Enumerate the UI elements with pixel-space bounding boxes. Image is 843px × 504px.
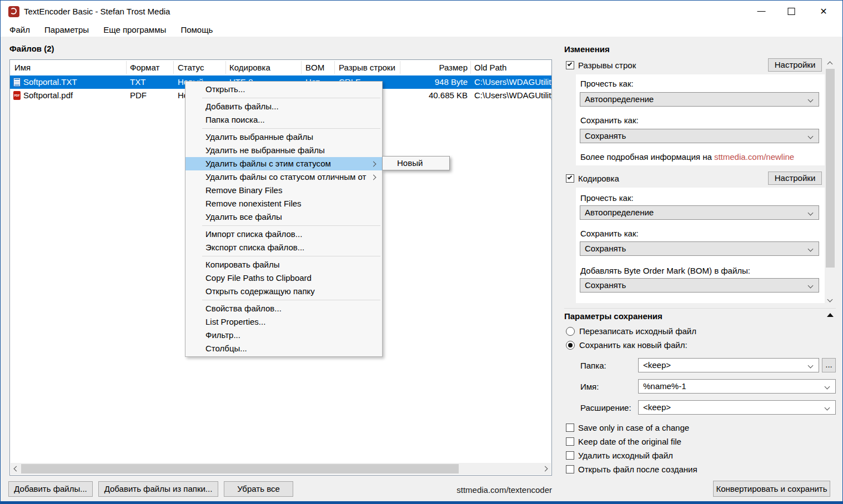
vertical-scrollbar[interactable] [825,58,836,306]
scrollbar-thumb[interactable] [21,464,459,473]
maximize-icon [788,8,795,15]
save-as-label: Сохранить как: [580,115,639,125]
menu-item-add-files[interactable]: Добавить файлы... [185,100,382,113]
dropdown-value: <keep> [643,402,671,412]
chevron-down-icon [808,363,814,369]
linebreaks-read-dropdown[interactable]: Автоопределение [580,92,819,107]
chevron-down-icon [808,246,814,252]
folder-dropdown[interactable]: <keep> [638,358,819,372]
menu-item-import-list[interactable]: Импорт списка файлов... [185,228,382,241]
close-button[interactable]: ✕ [808,1,839,23]
column-header-encoding[interactable]: Кодировка [229,60,270,75]
delete-source-checkbox[interactable] [566,451,574,460]
menu-more-programs[interactable]: Еще программы [97,23,172,37]
encoding-save-dropdown[interactable]: Сохранять [580,241,819,256]
chevron-down-icon [808,134,814,139]
menu-options[interactable]: Параметры [38,23,95,37]
add-files-button[interactable]: Добавить файлы... [8,481,93,497]
menu-item-remove-status-other[interactable]: Удалить файлы со статусом отличным от [185,170,382,184]
linebreaks-panel: Прочесть как: Автоопределение Сохранить … [576,74,825,165]
name-label: Имя: [580,382,599,391]
read-as-label: Прочесть как: [580,79,634,88]
column-header-oldpath[interactable]: Old Path [474,60,506,75]
menu-item-remove-all[interactable]: Удалить все файлы [185,210,382,224]
chevron-down-icon [808,97,814,103]
linebreaks-checkbox[interactable] [566,61,574,69]
menu-separator [202,225,380,226]
menu-item-remove-unselected[interactable]: Удалить не выбранные файлы [185,144,382,157]
menu-item-remove-binary[interactable]: Remove Binary Files [185,184,382,197]
minimize-icon [757,11,766,12]
folder-label: Папка: [580,361,606,370]
add-files-from-folder-button[interactable]: Добавить файлы из папки... [98,481,218,497]
column-header-linebreak[interactable]: Разрыв строки [339,60,395,75]
menu-item-copy-files[interactable]: Копировать файлы [185,258,382,271]
file-old-path: C:\Users\WDAGUtility [474,89,551,102]
scroll-left-button[interactable] [11,463,21,475]
menu-item-search-folder[interactable]: Папка поиска... [185,113,382,127]
encoding-checkbox[interactable] [566,174,574,183]
chevron-down-icon [808,283,814,289]
extension-label: Расширение: [580,403,631,412]
menu-item-open-containing-folder[interactable]: Открыть содержащую папку [185,285,382,298]
linebreaks-label: Разрывы строк [578,61,636,70]
name-dropdown[interactable]: %name%-1 [638,379,836,394]
extension-dropdown[interactable]: <keep> [638,400,836,415]
dropdown-value: Сохранять [585,280,626,290]
column-header-name[interactable]: Имя [14,60,31,75]
menu-item-export-list[interactable]: Экспорт списка файлов... [185,241,382,254]
menu-item-open[interactable]: Открыть... [185,83,382,96]
linebreaks-save-dropdown[interactable]: Сохранять [580,129,819,143]
browse-folder-button[interactable]: ... [822,358,836,372]
overwrite-radio[interactable] [566,327,575,336]
context-menu: Открыть... Добавить файлы... Папка поиск… [185,81,383,357]
clear-all-button[interactable]: Убрать все [224,481,293,497]
title-bar[interactable]: TextEncoder Basic - Stefan Trost Media ✕ [1,1,842,23]
file-name: Softportal.pdf [23,89,134,102]
menu-item-remove-nonexistent[interactable]: Remove nonexistent Files [185,197,382,210]
scroll-right-button[interactable] [540,463,551,475]
open-after-create-checkbox[interactable] [566,465,574,473]
menu-item-columns[interactable]: Столбцы... [185,342,382,355]
column-header-size[interactable]: Размер [399,60,468,75]
scroll-down-button[interactable] [827,297,833,303]
minimize-button[interactable] [748,1,775,23]
menu-help[interactable]: Помощь [174,23,219,37]
newline-info-link[interactable]: sttmedia.com/newline [714,152,794,162]
encoding-read-dropdown[interactable]: Автоопределение [580,205,819,220]
menu-bar: Файл Параметры Еще программы Помощь [1,23,842,37]
bom-dropdown[interactable]: Сохранять [580,278,819,293]
keep-date-checkbox[interactable] [566,437,574,446]
scroll-up-button[interactable] [827,62,833,67]
sttmedia-site-link[interactable]: sttmedia.com/textencoder [434,485,552,495]
menu-item-remove-selected[interactable]: Удалить выбранные файлы [185,130,382,144]
file-format: TXT [130,75,174,89]
column-header-bom[interactable]: BOM [305,60,324,75]
column-header-format[interactable]: Формат [130,60,159,75]
menu-separator [202,300,380,300]
menu-item-file-properties[interactable]: Свойства файлов... [185,302,382,315]
overwrite-radio-label: Перезаписать исходный файл [579,326,696,336]
menu-item-filter[interactable]: Фильтр... [185,329,382,342]
dropdown-value: Сохранять [585,131,626,140]
maximize-button[interactable] [778,1,805,23]
submenu-item-new[interactable]: Новый [383,157,449,170]
encoding-settings-button[interactable]: Настройки [768,172,822,185]
menu-file[interactable]: Файл [3,23,36,37]
collapse-section-icon[interactable] [827,313,834,317]
scrollbar-thumb[interactable] [826,69,835,268]
menu-item-remove-with-status[interactable]: Удалить файлы с этим статусом [185,157,382,170]
save-only-change-checkbox[interactable] [566,424,574,432]
convert-save-button[interactable]: Конвертировать и сохранить [713,481,830,497]
menu-item-list-properties[interactable]: List Properties... [185,315,382,329]
section-divider [564,308,836,309]
menu-item-copy-paths[interactable]: Copy File Paths to Clipboard [185,271,382,285]
bom-label: Добавлять Byte Order Mark (BOM) в файлы: [580,266,750,275]
submenu-arrow-icon [371,162,377,167]
column-header-status[interactable]: Статус [178,60,204,75]
window-bottom-border [1,501,842,503]
save-new-radio[interactable] [566,341,575,350]
keep-date-label: Keep date of the original file [578,437,681,447]
horizontal-scrollbar[interactable] [11,463,551,475]
linebreaks-settings-button[interactable]: Настройки [768,58,822,72]
